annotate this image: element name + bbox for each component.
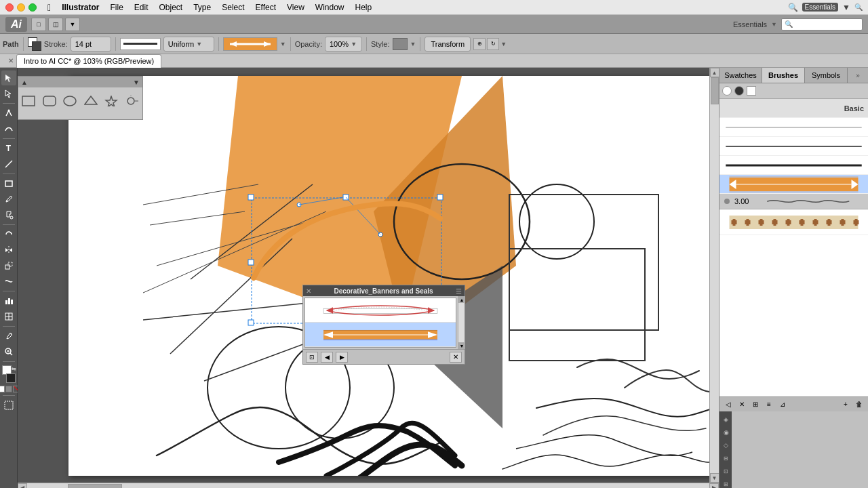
arrange-dropdown[interactable]: ▼: [65, 18, 80, 31]
brush-item-2[interactable]: [305, 323, 456, 347]
brush-entry-decorative[interactable]: [719, 209, 868, 235]
apple-menu[interactable]: : [42, 0, 56, 14]
brush-grid-btn[interactable]: ⊞: [749, 399, 762, 410]
brush-type-dot[interactable]: [722, 86, 732, 96]
shape-panel[interactable]: ▲ ▼: [18, 76, 143, 120]
brush-entry-3[interactable]: [719, 156, 868, 175]
brush-library-close[interactable]: ✕: [306, 287, 311, 295]
vertical-scrollbar[interactable]: ▲ ▼: [709, 68, 719, 483]
warp-tool[interactable]: [1, 274, 16, 289]
brush-list-btn[interactable]: ≡: [763, 399, 775, 410]
transform-button[interactable]: Transform: [425, 37, 471, 52]
rectangle-shape[interactable]: [21, 93, 37, 109]
appearance-btn[interactable]: ◉: [721, 427, 732, 438]
stroke-panel-btn[interactable]: ⊟: [721, 453, 732, 464]
workspace-dropdown-icon[interactable]: ▼: [842, 3, 850, 12]
tab-symbols[interactable]: Symbols: [805, 68, 848, 83]
canvas-area[interactable]: ▲ ▼: [18, 68, 709, 483]
transform-more[interactable]: ▼: [500, 41, 507, 47]
search-bar[interactable]: 🔍: [781, 18, 863, 30]
brush-preview[interactable]: [223, 37, 277, 51]
brush-entry-2[interactable]: [719, 137, 868, 156]
style-dropdown[interactable]: ▼: [410, 41, 416, 47]
scale-tool[interactable]: [1, 258, 16, 273]
brush-item-1[interactable]: [305, 298, 456, 323]
tab-close-btn[interactable]: ✕: [5, 57, 16, 64]
menu-edit[interactable]: Edit: [129, 0, 154, 14]
transform-icon2[interactable]: ↻: [487, 38, 499, 50]
zoom-tool[interactable]: [1, 344, 16, 359]
brush-libraries-btn[interactable]: ◁: [722, 399, 734, 410]
rect-tool[interactable]: [1, 176, 16, 191]
menu-view[interactable]: View: [281, 0, 310, 14]
paint-bucket-tool[interactable]: [1, 207, 16, 222]
brush-new-btn[interactable]: +: [840, 399, 852, 410]
shape-panel-titlebar[interactable]: ▲ ▼: [18, 77, 142, 87]
transform-icon1[interactable]: ⊕: [473, 38, 486, 50]
scroll-left-arrow[interactable]: ◀: [18, 483, 27, 489]
direct-selection-tool[interactable]: [1, 86, 16, 101]
gradient-panel-btn[interactable]: ⊡: [721, 466, 732, 476]
opacity-field[interactable]: 100% ▼: [325, 37, 362, 52]
eyedropper-tool[interactable]: [1, 329, 16, 344]
stroke-type-dropdown[interactable]: Uniform ▼: [163, 37, 214, 52]
arrange-btn1[interactable]: □: [31, 18, 46, 31]
tab-swatches[interactable]: Swatches: [719, 68, 762, 83]
graphic-styles-btn[interactable]: ◇: [721, 440, 732, 451]
pencil-tool[interactable]: [1, 192, 16, 207]
brush-close-btn[interactable]: ✕: [736, 399, 748, 410]
panel-tab-overflow[interactable]: »: [848, 68, 868, 83]
style-color-box[interactable]: [393, 38, 408, 50]
flare-shape[interactable]: [125, 93, 140, 109]
panel-lib-btn[interactable]: ⊡: [306, 352, 318, 363]
curvature-tool[interactable]: [1, 121, 16, 136]
brush-type-filled[interactable]: [734, 86, 744, 96]
brush-library-header[interactable]: ✕ Decorative_Banners and Seals ☰: [303, 285, 465, 296]
scroll-down[interactable]: ▼: [458, 342, 465, 349]
graph-tool[interactable]: [1, 293, 16, 308]
scroll-thumb-h[interactable]: [68, 484, 122, 489]
scroll-up-arrow[interactable]: ▲: [710, 68, 719, 77]
scroll-track-v[interactable]: [710, 77, 719, 473]
slice-tool[interactable]: [1, 309, 16, 324]
arrange-btn2[interactable]: ◫: [48, 18, 63, 31]
shape-panel-expand[interactable]: ▼: [133, 79, 140, 86]
pen-tool[interactable]: [1, 106, 16, 121]
normal-mode[interactable]: [0, 386, 5, 392]
menu-file[interactable]: File: [104, 0, 128, 14]
scroll-thumb-v[interactable]: [711, 77, 719, 104]
menu-object[interactable]: Object: [154, 0, 189, 14]
menu-type[interactable]: Type: [188, 0, 216, 14]
gradient-mode[interactable]: [5, 386, 12, 392]
menu-help[interactable]: Help: [350, 0, 378, 14]
star-shape[interactable]: [104, 93, 119, 109]
rounded-rect-shape[interactable]: [42, 93, 58, 109]
menu-select[interactable]: Select: [216, 0, 250, 14]
maximize-button[interactable]: [28, 3, 37, 12]
scroll-up[interactable]: ▲: [458, 296, 465, 303]
workspace-arrow[interactable]: ▼: [771, 21, 777, 28]
panel-close-btn[interactable]: ✕: [450, 352, 462, 363]
brush-options-btn[interactable]: ⊿: [776, 399, 789, 410]
brush-type-square[interactable]: [747, 86, 756, 96]
type-tool[interactable]: T: [1, 141, 16, 156]
minimize-button[interactable]: [17, 3, 25, 12]
reflect-tool[interactable]: [1, 243, 16, 258]
stroke-color[interactable]: [6, 373, 16, 383]
close-button[interactable]: [5, 3, 14, 12]
color-guide-btn[interactable]: ◈: [721, 414, 732, 425]
line-tool[interactable]: [1, 157, 16, 171]
scroll-right-arrow[interactable]: ▶: [709, 483, 719, 489]
menu-effect[interactable]: Effect: [250, 0, 281, 14]
brush-dropdown-arrow[interactable]: ▼: [280, 41, 286, 47]
transparency-btn[interactable]: ⊞: [721, 479, 732, 488]
ellipse-shape[interactable]: [62, 93, 78, 109]
brush-delete-btn[interactable]: 🗑: [853, 399, 865, 410]
stroke-color-swatch[interactable]: [28, 37, 41, 51]
polygon-shape[interactable]: [83, 93, 99, 109]
brush-library-menu[interactable]: ☰: [456, 287, 462, 295]
stroke-value-field[interactable]: 14 pt: [71, 37, 111, 52]
app-menu-illustrator[interactable]: Illustrator: [56, 0, 104, 14]
tab-brushes[interactable]: Brushes: [762, 68, 805, 83]
scroll-track-h[interactable]: [27, 483, 709, 489]
